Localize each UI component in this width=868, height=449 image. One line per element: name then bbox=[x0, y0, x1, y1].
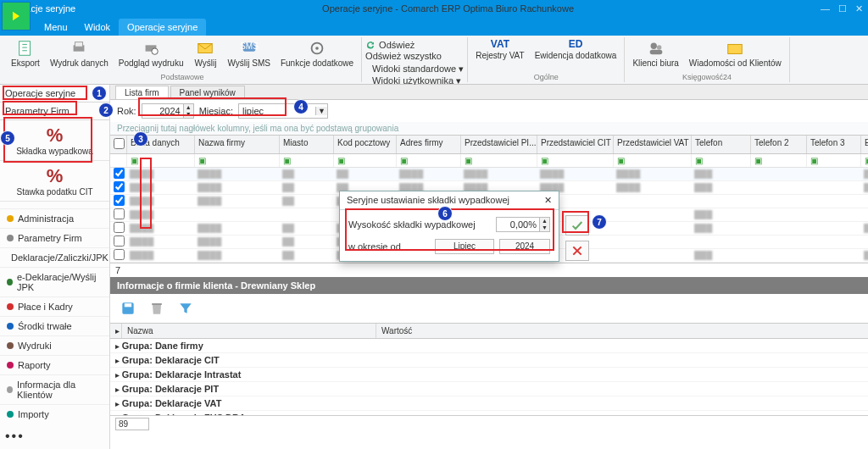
skladka-percent-input[interactable]: ▲▼ bbox=[496, 217, 550, 232]
group-podstawowe: Podstawowe bbox=[7, 73, 358, 82]
info-row[interactable]: ▸ Grupa: Dane firmy bbox=[110, 339, 868, 353]
info-row[interactable]: ▸ Grupa: Deklaracje VAT bbox=[110, 396, 868, 411]
maximize-icon[interactable]: ☐ bbox=[838, 3, 847, 14]
table-row[interactable]: ██████████████████████████████████ bbox=[110, 168, 868, 181]
more-icon[interactable]: ••• bbox=[0, 424, 109, 449]
klienci-biura-button[interactable]: Klienci biura bbox=[628, 37, 682, 70]
modal-title: Seryjne ustawianie składki wypadkowej bbox=[347, 195, 509, 206]
percent-icon: % bbox=[47, 165, 64, 187]
group-ks24: Księgowość24 bbox=[628, 73, 785, 82]
modal-year-button[interactable]: 2024 bbox=[499, 239, 550, 254]
eksport-button[interactable]: Eksport bbox=[7, 37, 44, 70]
miesiac-label: Miesiąc: bbox=[199, 106, 233, 116]
subtab-parametry-firm[interactable]: Parametry Firm bbox=[0, 103, 109, 120]
podglad-wydruku-button[interactable]: Podgląd wydruku bbox=[114, 37, 188, 70]
odswiez-wszystko-button[interactable]: Odśwież wszystko bbox=[365, 51, 442, 61]
nav-wydruki[interactable]: Wydruki bbox=[0, 335, 109, 355]
modal-cancel-button[interactable] bbox=[565, 241, 589, 261]
svg-rect-17 bbox=[152, 303, 162, 305]
row-checkbox[interactable] bbox=[114, 208, 125, 219]
rok-input[interactable]: ▲▼ bbox=[142, 103, 194, 119]
grid-header: Baza danych Nazwa firmy Miasto Kod poczt… bbox=[110, 135, 868, 154]
info-save-icon[interactable] bbox=[117, 297, 139, 319]
modal-month-button[interactable]: Lipiec bbox=[435, 239, 494, 254]
nav-srodki-trwale[interactable]: Środki trwałe bbox=[0, 316, 109, 335]
stawka-cit-tool[interactable]: % Stawka podatku CIT bbox=[0, 161, 109, 202]
expand-col: ▸ bbox=[110, 324, 122, 338]
modal-row2-label: w okresie od bbox=[348, 241, 430, 252]
modal-close-icon[interactable]: ✕ bbox=[544, 195, 552, 206]
menu-tab-menu[interactable]: Menu bbox=[36, 19, 76, 36]
nav-place-kadry[interactable]: Płace i Kadry bbox=[0, 297, 109, 316]
wyslij-button[interactable]: Wyślij bbox=[189, 37, 221, 70]
nav-parametry-firm[interactable]: Parametry Firm bbox=[0, 228, 109, 247]
svg-rect-13 bbox=[649, 50, 662, 55]
app-title: Operacje seryjne - Comarch ERP Optima Bi… bbox=[75, 3, 821, 14]
nav-raporty[interactable]: Raporty bbox=[0, 355, 109, 374]
info-filter-icon[interactable] bbox=[175, 297, 197, 319]
close-icon[interactable]: ✕ bbox=[855, 3, 863, 14]
funkcje-dodatkowe-button[interactable]: Funkcje dodatkowe bbox=[276, 37, 358, 70]
row-checkbox[interactable] bbox=[114, 249, 125, 260]
select-all-checkbox[interactable] bbox=[114, 138, 125, 149]
nav-importy[interactable]: Importy bbox=[0, 404, 109, 424]
row-checkbox[interactable] bbox=[114, 168, 125, 179]
nav-administracja[interactable]: Administracja bbox=[0, 208, 109, 228]
svg-rect-3 bbox=[75, 42, 83, 47]
modal-accept-button[interactable] bbox=[565, 215, 589, 236]
svg-rect-16 bbox=[125, 303, 131, 307]
info-title: Informacje o firmie klienta - Drewniany … bbox=[110, 277, 868, 294]
percent-icon: % bbox=[47, 125, 64, 147]
info-row[interactable]: ▸ Grupa: Deklaracje CIT bbox=[110, 353, 868, 368]
svg-marker-0 bbox=[13, 12, 19, 21]
tab-lista-firm[interactable]: Lista firm bbox=[115, 86, 169, 99]
app-logo[interactable] bbox=[2, 2, 31, 30]
row-checkbox[interactable] bbox=[114, 195, 125, 206]
rok-label: Rok: bbox=[117, 106, 136, 116]
miesiac-select[interactable]: ▼ bbox=[238, 103, 328, 119]
info-row[interactable]: ▸ Grupa: Deklaracje Intrastat bbox=[110, 368, 868, 382]
svg-point-10 bbox=[315, 47, 319, 50]
row-checkbox[interactable] bbox=[114, 181, 125, 192]
grouping-hint: Przeciągnij tutaj nagłówek kolumny, jeśl… bbox=[110, 122, 868, 135]
nav-informacja[interactable]: Informacja dla Klientów bbox=[0, 374, 109, 404]
row-checkbox[interactable] bbox=[114, 236, 125, 247]
svg-point-12 bbox=[657, 45, 662, 50]
wydruk-danych-button[interactable]: Wydruk danych bbox=[46, 37, 113, 70]
minimize-icon[interactable]: — bbox=[821, 3, 830, 14]
col-wartosc[interactable]: Wartość bbox=[376, 324, 868, 338]
wyslij-sms-button[interactable]: SMSWyślij SMS bbox=[223, 37, 274, 70]
nav-deklaracje[interactable]: Deklaracje/Zaliczki/JPK bbox=[0, 247, 109, 267]
svg-point-5 bbox=[152, 48, 158, 54]
svg-point-11 bbox=[650, 43, 656, 49]
bottom-count-input[interactable] bbox=[115, 418, 149, 430]
rejestry-vat-button[interactable]: VATRejestry VAT bbox=[471, 37, 528, 62]
nav-edeklaracje[interactable]: e-Deklaracje/Wyślij JPK bbox=[0, 267, 109, 297]
menu-tab-widok[interactable]: Widok bbox=[76, 19, 120, 36]
grid-footer-count: 7 bbox=[115, 265, 120, 275]
modal-row1-label: Wysokość składki wypadkowej bbox=[348, 219, 491, 230]
ewidencja-dodatkowa-button[interactable]: EDEwidencja dodatkowa bbox=[531, 37, 621, 62]
ribbon: Eksport Wydruk danych Podgląd wydruku Wy… bbox=[0, 36, 868, 85]
row-checkbox[interactable] bbox=[114, 222, 125, 233]
info-row[interactable]: ▸ Grupa: Deklaracje PIT bbox=[110, 382, 868, 396]
svg-text:SMS: SMS bbox=[240, 42, 259, 51]
widoki-standardowe-button[interactable]: Widoki standardowe ▾ bbox=[372, 64, 464, 75]
menu-tab-operacje[interactable]: Operacje seryjne bbox=[119, 19, 206, 36]
info-delete-icon[interactable] bbox=[146, 297, 168, 319]
skladka-wypadkowa-tool[interactable]: % Składka wypadkowa bbox=[0, 120, 109, 161]
tab-panel-wynikow[interactable]: Panel wyników bbox=[170, 86, 245, 99]
col-nazwa[interactable]: Nazwa bbox=[122, 324, 376, 338]
skladka-modal: Seryjne ustawianie składki wypadkowej ✕ … bbox=[339, 191, 559, 262]
svg-rect-1 bbox=[19, 42, 31, 56]
wiadomosci-button[interactable]: Wiadomości od Klientów bbox=[685, 37, 786, 70]
group-ogolne: Ogólne bbox=[471, 73, 620, 82]
odswiez-button[interactable]: Odśwież bbox=[365, 40, 415, 50]
svg-rect-14 bbox=[728, 44, 743, 53]
